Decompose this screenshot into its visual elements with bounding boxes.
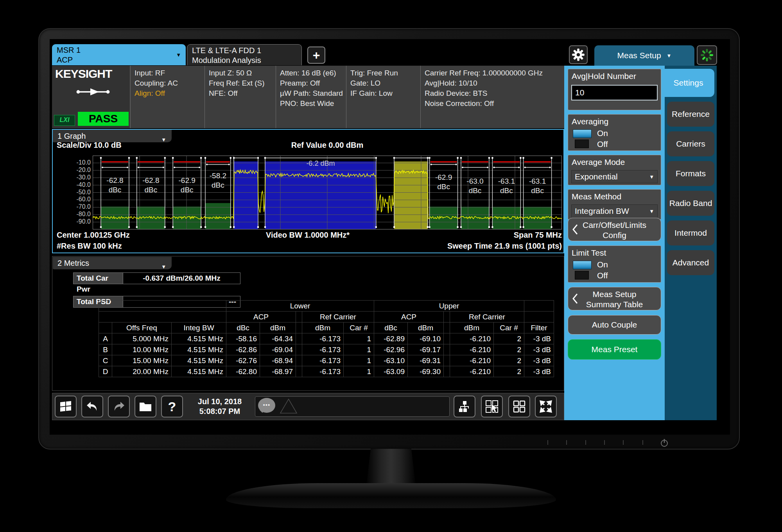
sub-header-ref-carrier: Ref Carrier [302, 312, 374, 322]
limit-test-toggle[interactable] [573, 261, 592, 279]
sequence-view-button[interactable] [454, 396, 475, 417]
undo-button[interactable] [81, 396, 103, 417]
average-mode-select[interactable]: Exponential ▼ [571, 170, 658, 183]
offset-letter: A [99, 333, 112, 344]
offset-dbc-label: -63.1 [498, 177, 515, 185]
chevron-down-icon: ▼ [176, 52, 181, 58]
tab-msr1-acp[interactable]: MSR 1 ACP ▼ [52, 44, 186, 65]
metrics-selector-dropdown[interactable]: 2 Metrics ▼ [53, 257, 172, 269]
value-cell: 1 [344, 333, 374, 344]
date-label: Jul 10, 2018 [198, 397, 242, 406]
averaging-on-label[interactable]: On [597, 129, 608, 138]
value-cell: -68.97 [260, 366, 296, 377]
menu-tab-reference[interactable]: Reference [667, 102, 714, 127]
value-cell: -58.16 [226, 333, 260, 344]
offset-dbc-label: -63.0 [466, 177, 483, 185]
meas-method-select[interactable]: Integration BW ▼ [571, 204, 658, 218]
status-line: Align: Off [135, 88, 204, 99]
add-tab-button[interactable]: + [307, 47, 325, 64]
avg-hold-number-control: Avg|Hold Number [568, 69, 661, 110]
status-line: Radio Device: BTS [425, 88, 564, 99]
spacer-cell [444, 322, 450, 333]
y-tick-label: -10.0 [60, 159, 91, 166]
tab-lte-modulation-analysis[interactable]: LTE & LTE-A FDD 1 Modulation Analysis [187, 44, 302, 65]
busy-indicator-button[interactable] [697, 45, 717, 65]
status-line: IF Gain: Low [350, 88, 420, 99]
redo-button[interactable] [108, 396, 130, 417]
bezel-button-tick [585, 440, 586, 445]
carr-offset-limits-config-button[interactable]: Carr/Offset/Limits Config [568, 218, 661, 241]
value-cell: -6.173 [302, 344, 344, 355]
acp-results-table: LowerUpperACPRef CarrierACPRef CarrierOf… [99, 300, 554, 377]
fullscreen-button[interactable] [535, 396, 557, 417]
spacer-cell [444, 333, 450, 344]
menu-tab-radio-band[interactable]: Radio Band [667, 191, 714, 216]
touch-layout-button[interactable] [481, 396, 503, 417]
chevron-left-icon [572, 224, 578, 235]
column-header: dBm [260, 322, 296, 333]
value-cell: 4.515 MHz [172, 344, 226, 355]
spacer-cell [99, 301, 226, 312]
meas-preset-button[interactable]: Meas Preset [568, 339, 661, 360]
spacer-cell [444, 366, 450, 377]
menu-tab-intermod[interactable]: Intermod [667, 220, 714, 245]
question-icon: ? [168, 399, 176, 414]
column-header: Car # [344, 322, 374, 333]
tab-meas-setup[interactable]: Meas Setup ▼ [594, 45, 694, 66]
menu-tab-column: SettingsReferenceCarriersFormatsRadio Ba… [665, 66, 717, 420]
brand-logo: KEYSIGHT [52, 66, 129, 81]
limit-test-on-label[interactable]: On [597, 260, 608, 269]
value-cell: 4.515 MHz [172, 333, 226, 344]
status-line: µW Path: Standard [280, 88, 345, 99]
status-line: Coupling: AC [135, 78, 204, 88]
menu-tab-advanced[interactable]: Advanced [667, 250, 714, 275]
sub-header-acp: ACP [374, 312, 444, 322]
rf-input-icon [75, 87, 111, 97]
averaging-toggle[interactable] [573, 129, 592, 148]
spacer-cell [296, 322, 302, 333]
y-axis-ticks: -10.0-20.0-30.0-40.0-50.0-60.0-70.0-80.0… [59, 156, 91, 229]
offset-dbc-label: -62.9 [435, 173, 452, 181]
group-header-lower: Lower [226, 301, 374, 312]
table-row: B10.00 MHz4.515 MHz-62.86-69.04-6.1731-6… [99, 344, 554, 355]
gear-icon [572, 48, 585, 61]
auto-couple-button[interactable]: Auto Couple [568, 315, 661, 335]
carrier-power-label: -6.2 dBm [306, 159, 335, 167]
chevron-left-icon [572, 293, 578, 305]
menu-tab-settings[interactable]: Settings [662, 69, 714, 97]
menu-tab-formats[interactable]: Formats [667, 161, 714, 186]
avg-hold-input[interactable] [571, 85, 658, 100]
spectrum-plot-area[interactable]: -62.8dBc-62.8dBc-62.9dBc-58.2dBc-6.2 dBm… [93, 156, 562, 229]
value-cell: -6.173 [302, 366, 344, 377]
value-cell: 1 [344, 344, 374, 355]
averaging-off-label[interactable]: Off [597, 140, 608, 149]
help-button[interactable]: ? [161, 396, 183, 417]
chevron-down-icon: ▼ [649, 174, 654, 180]
window-layout-button[interactable] [508, 396, 530, 417]
y-tick-label: -60.0 [60, 196, 91, 203]
system-settings-button[interactable] [569, 45, 588, 64]
value-cell: -63.10 [374, 355, 408, 366]
limit-test-off-label[interactable]: Off [597, 271, 608, 280]
value-cell: -69.17 [408, 344, 444, 355]
bezel-button-tick [623, 440, 624, 445]
message-bubble-icon[interactable]: ••• [258, 398, 275, 413]
offset-letter: D [99, 366, 112, 377]
windows-start-button[interactable] [55, 396, 77, 417]
status-column: Trig: Free RunGate: LOIF Gain: Low [346, 66, 420, 128]
meas-setup-summary-table-button[interactable]: Meas Setup Summary Table [568, 287, 661, 310]
spinner-icon [700, 48, 714, 62]
toggle-on-slider [573, 261, 592, 269]
file-open-button[interactable] [135, 396, 156, 417]
bezel-button-tick [642, 440, 643, 445]
ellipsis-icon: ••• [263, 401, 271, 408]
average-mode-value: Exponential [575, 172, 618, 181]
offset-dbc-label: -63.1 [529, 177, 546, 185]
sub-header-acp: ACP [226, 312, 296, 322]
time-label: 5:08:07 PM [199, 407, 240, 416]
menu-tab-carriers[interactable]: Carriers [667, 131, 714, 156]
grid-2x2-icon [513, 400, 526, 413]
spacer-cell [296, 333, 302, 344]
status-line: Trig: Free Run [350, 68, 420, 78]
meas-method-label: Meas Method [568, 190, 661, 201]
